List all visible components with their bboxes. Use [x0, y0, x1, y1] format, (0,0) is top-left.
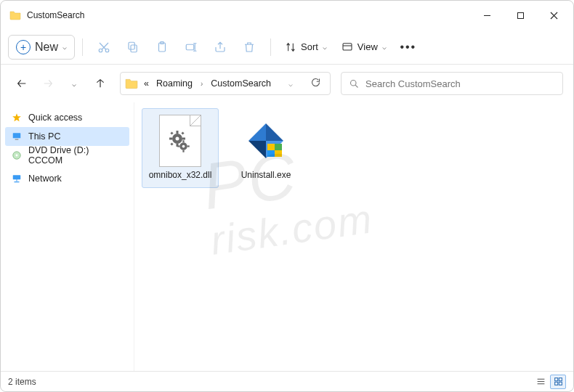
body-area: Quick access This PC DVD Drive (D:) CCCO…	[1, 102, 573, 371]
window-title: CustomSearch	[27, 10, 84, 20]
separator	[270, 38, 271, 56]
file-explorer-window: CustomSearch + New ⌵	[0, 0, 574, 392]
sort-button-label: Sort	[301, 41, 318, 52]
file-name: Uninstall.exe	[241, 170, 291, 180]
close-button[interactable]	[537, 4, 570, 27]
item-count: 2 items	[8, 377, 36, 387]
file-list[interactable]: omnibox_x32.dll	[134, 102, 573, 371]
svg-marker-35	[248, 123, 266, 141]
svg-rect-41	[554, 378, 557, 381]
svg-rect-7	[129, 42, 134, 49]
pc-icon	[11, 131, 23, 142]
view-button-label: View	[357, 41, 378, 52]
sidebar-item-label: This PC	[28, 131, 60, 142]
svg-rect-10	[186, 44, 194, 50]
sidebar-item-label: Network	[28, 173, 62, 184]
svg-rect-30	[182, 140, 184, 142]
back-button[interactable]	[11, 73, 33, 94]
navigation-row: ⌵ « Roaming › CustomSearch ⌵	[1, 65, 573, 102]
sidebar-item-label: Quick access	[28, 113, 82, 123]
svg-rect-42	[559, 378, 562, 381]
minimize-button[interactable]	[470, 4, 504, 27]
breadcrumb-ellipsis[interactable]: «	[142, 77, 150, 90]
maximize-button[interactable]	[504, 4, 537, 27]
svg-point-4	[99, 49, 102, 52]
view-button[interactable]: View ⌵	[335, 35, 393, 60]
svg-rect-32	[177, 145, 179, 147]
svg-rect-22	[169, 138, 172, 140]
svg-rect-13	[13, 133, 21, 138]
recent-locations-button[interactable]: ⌵	[63, 73, 85, 94]
search-box[interactable]	[341, 72, 563, 95]
refresh-button[interactable]	[306, 77, 326, 91]
search-input[interactable]	[365, 78, 555, 89]
sidebar-item-dvd-drive[interactable]: DVD Drive (D:) CCCOM	[5, 146, 129, 165]
sidebar-item-label: DVD Drive (D:) CCCOM	[28, 145, 124, 166]
details-view-toggle[interactable]	[533, 375, 549, 389]
breadcrumb-current[interactable]: CustomSearch	[209, 77, 272, 90]
chevron-right-icon: ›	[198, 80, 205, 88]
file-name: omnibox_x32.dll	[149, 170, 212, 180]
toolbar: + New ⌵ Sort ⌵ View	[1, 30, 573, 65]
new-button[interactable]: + New ⌵	[8, 35, 75, 60]
icons-view-toggle[interactable]	[550, 375, 566, 389]
sort-icon	[285, 41, 296, 53]
status-bar: 2 items	[1, 371, 573, 391]
file-item[interactable]: omnibox_x32.dll	[142, 108, 219, 188]
folder-icon	[9, 9, 21, 21]
cut-button[interactable]	[90, 35, 118, 60]
svg-rect-26	[181, 131, 184, 134]
svg-rect-24	[170, 131, 173, 134]
svg-rect-27	[170, 142, 173, 145]
svg-rect-11	[343, 43, 352, 49]
plus-icon: +	[16, 40, 31, 54]
chevron-down-icon: ⌵	[382, 43, 387, 51]
separator	[82, 38, 83, 56]
svg-rect-33	[187, 145, 190, 147]
sidebar-item-this-pc[interactable]: This PC	[5, 127, 129, 146]
copy-button[interactable]	[119, 35, 147, 60]
chevron-down-icon[interactable]: ⌵	[288, 80, 293, 88]
svg-rect-1	[517, 12, 523, 18]
more-button[interactable]: •••	[395, 35, 422, 60]
delete-button[interactable]	[235, 35, 263, 60]
navigation-pane: Quick access This PC DVD Drive (D:) CCCO…	[1, 102, 134, 371]
svg-rect-14	[15, 139, 19, 140]
chevron-down-icon: ⌵	[323, 43, 327, 51]
star-icon	[11, 112, 23, 123]
paste-button[interactable]	[148, 35, 176, 60]
svg-rect-17	[13, 175, 21, 179]
share-button[interactable]	[206, 35, 234, 60]
svg-rect-6	[131, 45, 137, 52]
sidebar-item-quick-access[interactable]: Quick access	[5, 108, 129, 127]
svg-marker-36	[248, 141, 266, 158]
up-button[interactable]	[89, 73, 111, 94]
forward-button[interactable]	[37, 73, 59, 94]
svg-point-19	[176, 137, 179, 141]
svg-point-12	[351, 80, 357, 86]
breadcrumb-parent[interactable]: Roaming	[155, 77, 194, 90]
svg-rect-31	[182, 150, 184, 152]
address-bar[interactable]: « Roaming › CustomSearch ⌵	[120, 72, 331, 95]
exe-file-icon	[243, 113, 289, 168]
svg-point-5	[105, 49, 109, 52]
svg-rect-44	[559, 382, 562, 385]
sort-button[interactable]: Sort ⌵	[278, 35, 334, 60]
rename-button[interactable]	[177, 35, 205, 60]
dll-file-icon	[157, 113, 203, 168]
folder-icon	[125, 77, 138, 90]
svg-rect-23	[182, 138, 185, 140]
title-bar: CustomSearch	[1, 1, 573, 30]
sidebar-item-network[interactable]: Network	[5, 169, 129, 188]
disc-icon	[11, 150, 23, 161]
search-icon	[349, 78, 360, 89]
file-item[interactable]: Uninstall.exe	[227, 108, 304, 188]
network-icon	[11, 173, 23, 184]
svg-point-29	[182, 145, 185, 148]
svg-marker-34	[266, 123, 283, 141]
view-icon	[341, 41, 353, 53]
new-button-label: New	[35, 41, 58, 54]
svg-rect-43	[554, 382, 557, 385]
svg-rect-20	[177, 131, 179, 134]
chevron-down-icon: ⌵	[62, 43, 67, 51]
